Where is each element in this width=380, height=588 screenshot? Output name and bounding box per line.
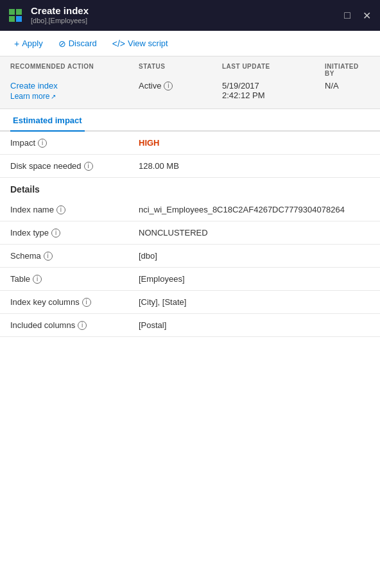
window-subtitle: [dbo].[Employees]: [31, 17, 89, 25]
detail-row: Index typeiNONCLUSTERED: [0, 221, 380, 245]
impact-info-icon[interactable]: i: [38, 139, 47, 148]
last-update-date: 5/19/2017: [222, 81, 325, 91]
detail-info-icon-5[interactable]: i: [78, 321, 87, 330]
detail-label-2: Schemai: [10, 251, 139, 261]
detail-row: Index nameinci_wi_Employees_8C18C2AF4267…: [0, 198, 380, 221]
database-grid-icon: [6, 6, 24, 24]
info-header-row: RECOMMENDED ACTION STATUS LAST UPDATE IN…: [10, 63, 370, 77]
recommended-action-header: RECOMMENDED ACTION: [10, 63, 139, 77]
initiated-by-cell: N/A: [325, 81, 370, 91]
recommended-action-cell: Create index Learn more ↗: [10, 81, 139, 101]
detail-label-5: Included columnsi: [10, 320, 139, 330]
tabs-bar: Estimated impact: [0, 109, 380, 132]
last-update-time: 2:42:12 PM: [222, 91, 325, 100]
title-text-group: Create index [dbo].[Employees]: [31, 5, 89, 25]
info-values-row: Create index Learn more ↗ Active i 5/19/…: [10, 81, 370, 101]
disk-space-label: Disk space needed: [10, 161, 82, 171]
svg-rect-2: [9, 16, 15, 22]
title-bar-left: Create index [dbo].[Employees]: [6, 5, 89, 25]
info-section: RECOMMENDED ACTION STATUS LAST UPDATE IN…: [0, 56, 380, 109]
detail-row: Included columnsi[Postal]: [0, 314, 380, 337]
detail-value-1: NONCLUSTERED: [139, 228, 208, 238]
last-update-header: LAST UPDATE: [222, 63, 325, 77]
impact-table: Impact i HIGH Disk space needed i 128.00…: [0, 132, 380, 178]
detail-value-2: [dbo]: [139, 251, 157, 261]
title-bar-controls: □ ✕: [340, 8, 374, 22]
view-script-label: View script: [128, 39, 168, 48]
detail-value-3: [Employees]: [139, 274, 185, 284]
tab-estimated-impact[interactable]: Estimated impact: [10, 109, 85, 132]
disk-space-row: Disk space needed i 128.00 MB: [0, 155, 380, 178]
detail-label-3: Tablei: [10, 274, 139, 284]
impact-label-cell: Impact i: [10, 138, 118, 148]
view-script-button[interactable]: </> View script: [106, 36, 175, 51]
apply-button[interactable]: + Apply: [8, 36, 49, 51]
status-header: STATUS: [139, 63, 222, 77]
status-value: Active: [139, 81, 161, 91]
disk-space-label-cell: Disk space needed i: [10, 161, 118, 171]
last-update-cell: 5/19/2017 2:42:12 PM: [222, 81, 325, 100]
detail-value-0: nci_wi_Employees_8C18C2AF4267DC777930407…: [139, 205, 345, 214]
status-cell: Active i: [139, 81, 222, 91]
detail-info-icon-4[interactable]: i: [82, 298, 91, 307]
detail-row: Schemai[dbo]: [0, 245, 380, 268]
svg-rect-3: [16, 16, 22, 22]
minimize-button[interactable]: □: [340, 8, 354, 22]
status-info-icon[interactable]: i: [164, 82, 173, 91]
create-index-link[interactable]: Create index: [10, 81, 139, 91]
impact-value: HIGH: [139, 138, 160, 148]
code-icon: </>: [112, 39, 125, 49]
toolbar: + Apply ⊘ Discard </> View script: [0, 31, 380, 56]
ban-icon: ⊘: [58, 39, 66, 49]
window-title: Create index: [31, 5, 89, 17]
external-link-icon: ↗: [51, 93, 56, 100]
plus-icon: +: [14, 39, 19, 49]
disk-space-value: 128.00 MB: [139, 161, 179, 171]
close-button[interactable]: ✕: [359, 8, 374, 22]
detail-row: Index key columnsi[City], [State]: [0, 291, 380, 314]
svg-rect-1: [16, 9, 22, 15]
detail-label-1: Index typei: [10, 228, 139, 238]
title-bar: Create index [dbo].[Employees] □ ✕: [0, 0, 380, 31]
discard-label: Discard: [69, 39, 97, 48]
initiated-by-header: INITIATED BY: [325, 63, 370, 77]
impact-row: Impact i HIGH: [0, 132, 380, 155]
detail-value-4: [City], [State]: [139, 297, 186, 307]
detail-row: Tablei[Employees]: [0, 268, 380, 291]
svg-rect-0: [9, 9, 15, 15]
learn-more-link[interactable]: Learn more ↗: [10, 92, 139, 101]
disk-space-info-icon[interactable]: i: [84, 162, 93, 171]
detail-info-icon-3[interactable]: i: [33, 275, 42, 284]
detail-info-icon-0[interactable]: i: [56, 205, 65, 214]
discard-button[interactable]: ⊘ Discard: [52, 36, 103, 51]
details-rows: Index nameinci_wi_Employees_8C18C2AF4267…: [0, 198, 380, 337]
detail-info-icon-2[interactable]: i: [44, 252, 53, 261]
apply-label: Apply: [22, 39, 43, 48]
detail-info-icon-1[interactable]: i: [51, 229, 60, 238]
impact-label: Impact: [10, 138, 35, 148]
detail-label-4: Index key columnsi: [10, 297, 139, 307]
detail-label-0: Index namei: [10, 205, 139, 214]
main-content: Impact i HIGH Disk space needed i 128.00…: [0, 132, 380, 337]
details-heading: Details: [0, 178, 380, 198]
detail-value-5: [Postal]: [139, 320, 166, 330]
